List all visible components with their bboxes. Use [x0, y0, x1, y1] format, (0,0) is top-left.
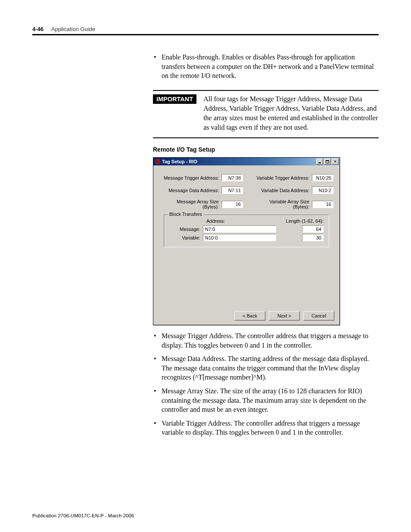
dialog-body: Message Trigger Address: Variable Trigge… — [153, 165, 339, 308]
block-transfer-row-message: Message: — [169, 225, 324, 233]
block-transfers-group: Block Transfers Address: Length (1-62, 6… — [164, 215, 329, 247]
list-item: Message Data Address. The starting addre… — [153, 354, 379, 382]
bt-variable-length-input[interactable] — [302, 234, 324, 241]
intro-bullet-list: Enable Pass-through. Enables or disables… — [153, 53, 379, 81]
dialog-titlebar: Tag Setup - RIO × — [153, 158, 339, 165]
variable-data-address-input[interactable] — [312, 187, 333, 194]
message-data-address-input[interactable] — [221, 187, 243, 194]
list-item: Message Trigger Address. The controller … — [153, 331, 379, 350]
column-header-address: Address: — [206, 218, 280, 224]
list-item: Variable Trigger Address. The controller… — [153, 419, 379, 437]
variable-data-address-field: Variable Data Address: — [254, 187, 333, 194]
cancel-button[interactable]: Cancel — [303, 311, 334, 320]
tag-setup-dialog: Tag Setup - RIO × Message Trigger Addres… — [153, 157, 340, 325]
field-label: Message Trigger Address: — [159, 175, 219, 180]
app-icon — [155, 159, 160, 164]
page: 4-46 Application Guide Enable Pass-throu… — [0, 0, 411, 532]
page-header: 4-46 Application Guide — [32, 26, 379, 35]
group-legend: Block Transfers — [168, 212, 204, 217]
block-transfer-row-variable: Variable: — [169, 234, 324, 241]
restore-button[interactable] — [324, 159, 331, 165]
variable-trigger-address-field: Variable Trigger Address: — [254, 174, 333, 181]
field-label: Message Data Address: — [159, 188, 219, 193]
back-button[interactable]: < Back — [234, 311, 265, 320]
minimize-button[interactable] — [316, 159, 323, 165]
variable-array-size-field: Variable Array Size (Bytes): — [254, 199, 333, 209]
page-header-title: Application Guide — [51, 26, 95, 32]
message-data-address-field: Message Data Address: — [159, 187, 243, 194]
bt-message-address-input[interactable] — [203, 225, 276, 233]
bt-variable-address-input[interactable] — [203, 234, 276, 241]
column-header-length: Length (1-62, 64): — [280, 218, 324, 224]
row-label: Message: — [169, 227, 200, 232]
message-array-size-field: Message Array Size (Bytes): — [159, 199, 243, 209]
field-label: Variable Trigger Address: — [254, 175, 309, 180]
publication-footer: Publication 2706-UM017C-EN-P - March 200… — [32, 513, 134, 518]
important-callout: IMPORTANT All four tags for Message Trig… — [153, 90, 379, 138]
variable-trigger-address-input[interactable] — [312, 174, 333, 181]
important-text: All four tags for Message Trigger Addres… — [203, 94, 379, 132]
field-label: Variable Data Address: — [254, 188, 309, 193]
group-header-row: Address: Length (1-62, 64): — [169, 218, 324, 224]
content-column: Enable Pass-through. Enables or disables… — [153, 53, 379, 437]
list-item: Enable Pass-through. Enables or disables… — [153, 53, 379, 81]
section-heading: Remote I/O Tag Setup — [153, 146, 379, 153]
list-item: Message Array Size. The size of the arra… — [153, 386, 379, 414]
field-label: Message Array Size (Bytes): — [159, 199, 219, 209]
message-trigger-address-field: Message Trigger Address: — [159, 174, 243, 181]
next-button[interactable]: Next > — [269, 311, 300, 320]
dialog-title: Tag Setup - RIO — [162, 159, 197, 164]
post-bullet-list: Message Trigger Address. The controller … — [153, 331, 379, 437]
message-array-size-input[interactable] — [221, 201, 243, 208]
field-label: Variable Array Size (Bytes): — [254, 199, 309, 209]
page-number: 4-46 — [32, 26, 44, 32]
dialog-footer: < Back Next > Cancel — [153, 308, 339, 325]
row-label: Variable: — [169, 235, 200, 240]
close-button[interactable]: × — [332, 159, 339, 165]
important-label: IMPORTANT — [153, 94, 196, 104]
bt-message-length-input[interactable] — [302, 225, 324, 233]
variable-array-size-input[interactable] — [312, 201, 333, 208]
message-trigger-address-input[interactable] — [221, 174, 243, 181]
